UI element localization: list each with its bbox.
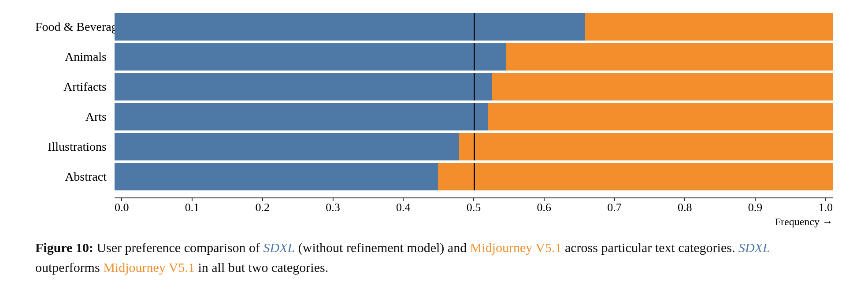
x-axis-label-text: Frequency → [775,216,833,228]
bar-orange-segment [585,13,833,41]
midline [474,73,475,100]
bar-track [115,133,833,160]
bar-row: Animals [35,43,833,71]
caption-text-end1: outperforms [35,260,103,275]
x-tick-label: 0.5 [467,201,481,214]
bar-track [115,43,833,71]
bar-label: Arts [35,110,115,124]
x-tick-label: 0.1 [185,201,200,214]
bar-row: Food & Beverage [35,13,833,41]
bar-label: Animals [35,50,115,64]
x-tick-label: 1.0 [819,201,833,214]
x-tick-wrapper: 1.0 [819,201,833,214]
x-tick-label: 0.2 [256,201,270,214]
bar-track [115,163,833,190]
midline [474,13,475,41]
midline [474,133,475,160]
x-tick-mark [544,197,545,201]
bar-blue-segment [115,163,438,190]
x-tick-mark [192,197,193,201]
bar-orange-segment [492,73,833,100]
caption-text-before: User preference comparison of [93,240,263,255]
x-axis-ticks: 0.00.10.20.30.40.50.60.70.80.91.0 [115,197,833,214]
bar-label: Artifacts [35,80,115,94]
x-tick-mark [262,197,263,201]
caption-text-end2: in all but two categories. [195,260,328,275]
x-tick-wrapper: 0.9 [748,201,763,214]
x-tick-label: 0.8 [678,201,692,214]
bar-label: Illustrations [35,140,115,154]
figure-caption: Figure 10: User preference comparison of… [35,238,833,277]
bar-blue-segment [115,103,488,130]
bar-label: Food & Beverage [35,20,115,34]
chart-area: Food & BeverageAnimalsArtifactsArtsIllus… [35,13,833,193]
bar-row: Arts [35,103,833,130]
bar-orange-segment [506,43,833,71]
mj-label-2: Midjourney V5.1 [103,260,195,275]
x-tick-label: 0.7 [607,201,622,214]
bar-orange-segment [488,103,833,130]
x-tick-wrapper: 0.0 [115,201,129,214]
bar-orange-segment [459,133,833,160]
x-tick-mark [333,197,334,201]
x-tick-mark [403,197,404,201]
bar-blue-segment [115,43,506,71]
bar-orange-segment [438,163,833,190]
bar-track [115,73,833,100]
figure-number: Figure 10: [35,240,93,255]
x-tick-wrapper: 0.2 [256,201,270,214]
bar-blue-segment [115,133,459,160]
midline [474,103,475,130]
x-tick-wrapper: 0.3 [326,201,340,214]
chart-container: Food & BeverageAnimalsArtifactsArtsIllus… [22,4,846,286]
mj-label-1: Midjourney V5.1 [470,240,562,255]
x-tick-mark [755,197,756,201]
bar-blue-segment [115,73,492,100]
x-tick-label: 0.4 [396,201,411,214]
x-tick-mark [684,197,685,201]
x-tick-wrapper: 0.5 [467,201,481,214]
midline [474,163,475,190]
x-tick-mark [825,197,826,201]
x-tick-mark [614,197,615,201]
caption-text-after: across particular text categories. [561,240,738,255]
x-tick-mark [473,197,474,201]
bar-row: Abstract [35,163,833,190]
x-tick-wrapper: 0.7 [607,201,622,214]
sdxl-label-1: SDXL [263,240,295,255]
x-tick-label: 0.0 [115,201,129,214]
x-tick-label: 0.3 [326,201,340,214]
bar-row: Illustrations [35,133,833,160]
bar-track [115,103,833,130]
x-axis-label: Frequency → [115,216,833,228]
bar-track [115,13,833,41]
x-tick-label: 0.9 [748,201,763,214]
x-axis: 0.00.10.20.30.40.50.60.70.80.91.0 [115,197,833,214]
x-tick-wrapper: 0.6 [537,201,552,214]
x-tick-wrapper: 0.4 [396,201,411,214]
bar-blue-segment [115,13,585,41]
midline [474,43,475,71]
x-tick-mark [121,197,122,201]
bar-label: Abstract [35,170,115,184]
sdxl-label-2: SDXL [738,240,770,255]
bar-row: Artifacts [35,73,833,100]
x-tick-wrapper: 0.1 [185,201,200,214]
x-tick-label: 0.6 [537,201,552,214]
x-tick-wrapper: 0.8 [678,201,692,214]
caption-text-middle: (without refinement model) and [295,240,470,255]
